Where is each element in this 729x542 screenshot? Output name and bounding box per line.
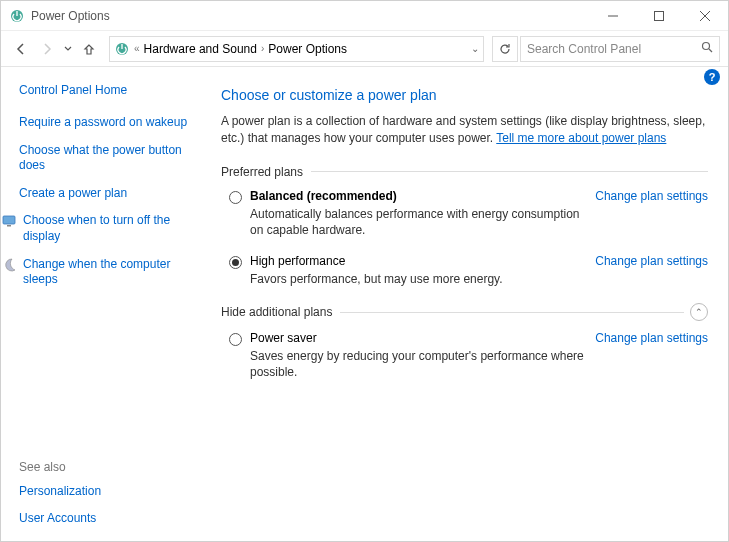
up-button[interactable] [77,37,101,61]
plan-name[interactable]: Power saver [250,331,585,345]
display-icon [1,213,17,229]
svg-line-7 [709,49,712,52]
see-also-header: See also [19,460,201,474]
breadcrumb[interactable]: « Hardware and Sound › Power Options ⌄ [109,36,484,62]
plan-balanced: Balanced (recommended) Automatically bal… [221,189,708,238]
change-plan-settings-link[interactable]: Change plan settings [595,331,708,345]
learn-more-link[interactable]: Tell me more about power plans [496,131,666,145]
hide-additional-plans-header[interactable]: Hide additional plans ⌃ [221,303,708,321]
search-icon [701,41,713,56]
window-controls [590,1,728,31]
breadcrumb-item[interactable]: Hardware and Sound [144,42,257,56]
intro-text: A power plan is a collection of hardware… [221,113,708,147]
recent-locations-button[interactable] [61,37,75,61]
chevron-right-icon: › [261,43,264,54]
radio-power-saver[interactable] [229,333,242,346]
svg-point-6 [703,43,710,50]
search-input[interactable]: Search Control Panel [520,36,720,62]
svg-rect-8 [3,216,15,224]
preferred-plans-header: Preferred plans [221,165,708,179]
sidebar-link-power-button[interactable]: Choose what the power button does [19,143,201,174]
see-also-personalization[interactable]: Personalization [19,484,201,500]
change-plan-settings-link[interactable]: Change plan settings [595,189,708,203]
svg-rect-2 [655,11,664,20]
power-options-icon [114,41,130,57]
plan-power-saver: Power saver Saves energy by reducing you… [221,331,708,380]
moon-icon [1,257,17,273]
power-options-icon [9,8,25,24]
sidebar: Control Panel Home Require a password on… [1,67,211,541]
help-icon[interactable]: ? [704,69,720,85]
svg-rect-9 [7,225,11,227]
navigation-bar: « Hardware and Sound › Power Options ⌄ S… [1,31,728,67]
refresh-button[interactable] [492,36,518,62]
titlebar: Power Options [1,1,728,31]
plan-description: Automatically balances performance with … [250,206,585,238]
minimize-button[interactable] [590,1,636,31]
plan-name[interactable]: Balanced (recommended) [250,189,585,203]
breadcrumb-item[interactable]: Power Options [268,42,347,56]
breadcrumb-dropdown[interactable]: ⌄ [471,43,479,54]
sidebar-link-turn-off-display[interactable]: Choose when to turn off the display [19,213,201,244]
sidebar-link-create-plan[interactable]: Create a power plan [19,186,201,202]
main-content: ? Choose or customize a power plan A pow… [211,67,728,541]
sidebar-link-require-password[interactable]: Require a password on wakeup [19,115,201,131]
plan-name[interactable]: High performance [250,254,585,268]
change-plan-settings-link[interactable]: Change plan settings [595,254,708,268]
plan-description: Saves energy by reducing your computer's… [250,348,585,380]
radio-high-performance[interactable] [229,256,242,269]
plan-high-performance: High performance Favors performance, but… [221,254,708,287]
forward-button[interactable] [35,37,59,61]
plan-description: Favors performance, but may use more ene… [250,271,585,287]
back-button[interactable] [9,37,33,61]
chevron-up-icon[interactable]: ⌃ [690,303,708,321]
see-also-user-accounts[interactable]: User Accounts [19,511,201,527]
radio-balanced[interactable] [229,191,242,204]
search-placeholder: Search Control Panel [527,42,701,56]
breadcrumb-prefix: « [134,43,140,54]
window-title: Power Options [31,9,590,23]
control-panel-home-link[interactable]: Control Panel Home [19,83,201,97]
page-heading: Choose or customize a power plan [221,87,708,103]
sidebar-link-computer-sleeps[interactable]: Change when the computer sleeps [19,257,201,288]
maximize-button[interactable] [636,1,682,31]
close-button[interactable] [682,1,728,31]
